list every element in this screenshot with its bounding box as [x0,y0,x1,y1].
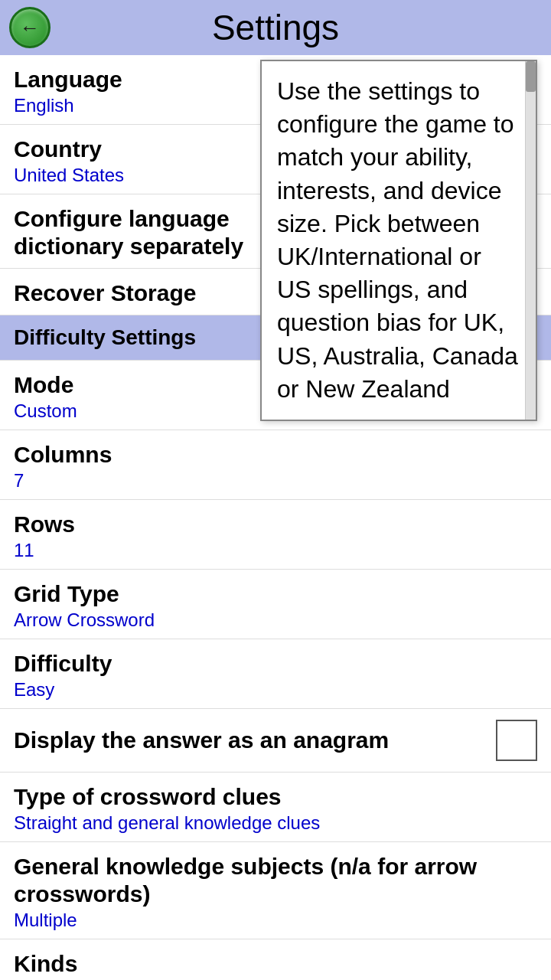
tooltip-scrollbar-thumb [526,61,536,92]
back-arrow-icon: ← [20,18,40,38]
settings-content: Language English Country United States C… [0,55,551,980]
setting-label-difficulty: Difficulty [14,650,537,678]
setting-item-grid-type[interactable]: Grid Type Arrow Crossword [0,570,551,639]
setting-label-kinds: Kinds [14,950,537,978]
setting-value-rows: 11 [14,540,537,561]
setting-value-difficulty: Easy [14,679,537,701]
setting-value-clue-type: Straight and general knowledge clues [14,812,537,834]
setting-value-grid-type: Arrow Crossword [14,609,537,631]
setting-item-columns[interactable]: Columns 7 [0,430,551,500]
setting-value-columns: 7 [14,470,537,492]
setting-item-clue-type[interactable]: Type of crossword clues Straight and gen… [0,773,551,842]
setting-label-columns: Columns [14,441,537,469]
setting-item-anagram[interactable]: Display the answer as an anagram [0,709,551,773]
setting-label-grid-type: Grid Type [14,580,537,608]
setting-item-general-knowledge[interactable]: General knowledge subjects (n/a for arro… [0,842,551,939]
back-button[interactable]: ← [9,7,51,48]
tooltip-scrollbar[interactable] [525,61,536,420]
header: ← Settings [0,0,551,55]
anagram-checkbox[interactable] [496,720,537,761]
setting-item-difficulty[interactable]: Difficulty Easy [0,639,551,709]
setting-value-general-knowledge: Multiple [14,910,537,931]
setting-label-general-knowledge: General knowledge subjects (n/a for arro… [14,853,537,908]
setting-label-clue-type: Type of crossword clues [14,783,537,811]
setting-item-kinds[interactable]: Kinds [0,939,551,980]
tooltip-text: Use the settings to configure the game t… [277,75,520,406]
setting-label-anagram: Display the answer as an anagram [14,727,496,753]
setting-item-rows[interactable]: Rows 11 [0,500,551,570]
tooltip-overlay: Use the settings to configure the game t… [260,60,537,421]
page-title: Settings [212,7,339,48]
setting-label-rows: Rows [14,511,537,538]
